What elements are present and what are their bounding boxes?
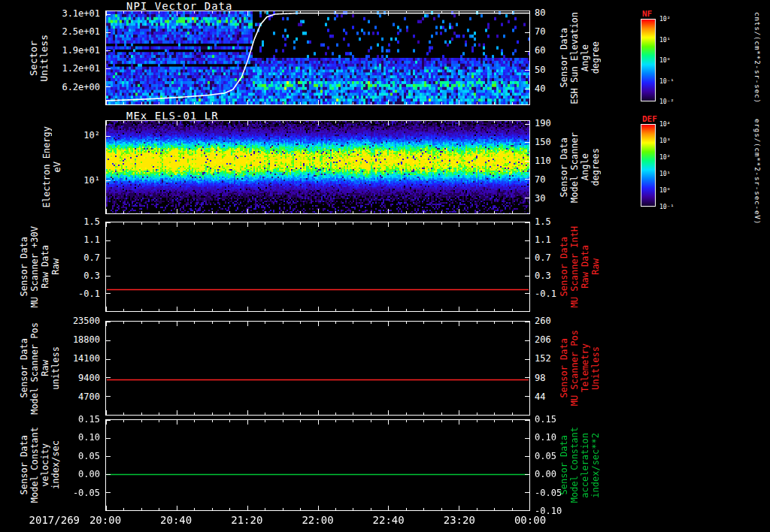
y-axis-tick-label: 206 — [535, 334, 551, 345]
y-axis-tick-label: 0.15 — [535, 414, 556, 425]
axis-label-line: Unitless — [591, 346, 601, 390]
axis-label-line: Sensor Data — [559, 435, 569, 494]
y-axis-tick-label: 23500 — [0, 316, 100, 326]
colorbar-tick-label: 10⁻¹ — [659, 204, 674, 210]
y-axis-tick-label: 110 — [535, 156, 551, 166]
y-axis-tick-label: 2.5e+01 — [0, 26, 100, 37]
mu-scanner-line-canvas — [106, 222, 529, 311]
y-axis-tick-label: -0.1 — [535, 289, 556, 299]
axis-label-line: Sensor Data — [559, 237, 569, 296]
axis-label-line: degree — [591, 41, 601, 74]
panel-model-constant: Sensor DataModel Constantvelocityindex/s… — [0, 419, 770, 511]
colorbar-nf-unit-label: cnts/(cm**2-sr-sec) — [753, 12, 761, 104]
x-axis-tick-label: 20:40 — [149, 514, 203, 526]
x-axis-tick-label: 23:20 — [432, 514, 487, 526]
axis-label-line: MU Scanner IntH — [570, 226, 580, 307]
y-axis-tick-label: 152 — [535, 353, 551, 364]
y-axis-tick-label: 0.7 — [535, 252, 551, 263]
colorbar-tick-label: 10² — [659, 16, 670, 23]
y-axis-tick-label: 1.2e+01 — [0, 63, 100, 74]
y-axis-tick-label: 0.00 — [535, 469, 556, 479]
y-axis-tick-label: 50 — [535, 65, 545, 75]
y-axis-tick-label: 3.1e+01 — [0, 8, 100, 19]
axis-label-line: Raw Data — [581, 245, 590, 289]
x-axis-tick-label: 22:40 — [362, 514, 416, 526]
axis-label-line: Angle — [581, 153, 590, 180]
y-axis-tick-label: 150 — [535, 137, 551, 147]
axis-label-line: Model Scanner — [570, 132, 580, 203]
y-axis-tick-label: 1.5 — [535, 216, 551, 227]
axis-label-line: Sensor Data — [559, 138, 569, 197]
y-axis-tick-label: -0.05 — [0, 488, 100, 498]
scanner-pos-line-canvas — [106, 322, 529, 415]
y-axis-tick-label: 0.7 — [0, 252, 100, 263]
y-axis-tick-label: 0.05 — [535, 451, 556, 461]
y-axis-tick-label: 10² — [0, 130, 100, 141]
x-axis: 2017/269 20:0020:4021:2022:0022:4023:200… — [0, 514, 770, 530]
y-axis-tick-label: 1.5 — [0, 216, 100, 227]
y-axis-tick-label: 10¹ — [0, 175, 100, 186]
axis-label-line: index/sec**2 — [591, 433, 601, 498]
y-axis-tick-label: 98 — [535, 373, 545, 383]
x-axis-tick-label: 00:00 — [503, 514, 557, 526]
y-axis-tick-label: 0.00 — [0, 469, 100, 479]
y-axis-tick-label: 70 — [535, 174, 545, 185]
y-axis-tick-label: 14100 — [0, 353, 100, 364]
axis-label-line: Sensor Data — [559, 338, 569, 397]
panel2-plot-area — [105, 120, 530, 214]
panel4-plot-area — [105, 321, 530, 416]
colorbar-tick-label: 10¹ — [659, 37, 670, 44]
spacecraft-data-plot-page: NPI Vector Data MEx ELS-01 LR SectorUnit… — [0, 0, 770, 532]
colorbar-tick-label: 10⁻¹ — [659, 78, 674, 85]
axis-label-line: Raw — [591, 258, 601, 275]
colorbar-tick-label: 10⁴ — [659, 121, 670, 128]
y-axis-tick-label: 0.15 — [0, 414, 100, 425]
colorbar-def-title: DEF — [642, 114, 657, 124]
panel2-right-axis-label: Sensor DataModel ScannerAngledegrees — [559, 120, 601, 214]
colorbar-nf-ticks: 10²10¹10⁰10⁻¹10⁻² — [659, 19, 690, 101]
axis-label-line: ESH Sun Elevation — [570, 12, 580, 104]
els-heatmap-canvas — [106, 121, 529, 213]
panel3-plot-area — [105, 222, 530, 312]
colorbar-def: DEF 10⁴10³10²10¹10⁰10⁻¹ — [641, 114, 697, 219]
y-axis-tick-label: 190 — [535, 118, 551, 128]
y-axis-tick-label: 30 — [535, 193, 545, 204]
y-axis-tick-label: 40 — [535, 83, 545, 94]
panel3-left-ticks: 1.51.10.70.3-0.1 — [0, 222, 102, 312]
colorbar-def-gradient — [641, 124, 656, 207]
y-axis-tick-label: 4700 — [0, 391, 100, 402]
x-axis-tick-label: 22:00 — [291, 514, 345, 526]
y-axis-tick-label: 1.9e+01 — [0, 45, 100, 56]
colorbar-def-unit-label: ergs/(cm**2-sr-sec-eV) — [753, 119, 761, 225]
panel-scanner-pos: Sensor DataModel Scanner PosRawunitless … — [0, 321, 770, 416]
colorbar-tick-label: 10⁰ — [659, 57, 670, 64]
colorbar-tick-label: 10⁻² — [659, 98, 674, 105]
colorbar-nf-gradient — [641, 19, 656, 101]
npi-heatmap-canvas — [106, 11, 529, 104]
axis-label-line: degrees — [591, 148, 601, 186]
y-axis-tick-label: 80 — [535, 8, 545, 18]
panel4-right-axis-label: Sensor DataMU Scanner PosTelemetryUnitle… — [559, 321, 601, 416]
y-axis-tick-label: 6.2e+00 — [0, 82, 100, 92]
x-axis-tick-label: 21:20 — [220, 514, 274, 526]
y-axis-tick-label: 0.3 — [535, 271, 551, 281]
colorbar-tick-label: 10¹ — [659, 171, 670, 177]
y-axis-tick-label: 1.1 — [535, 234, 551, 245]
panel1-left-ticks: 3.1e+012.5e+011.9e+011.2e+016.2e+00 — [0, 11, 102, 105]
panel1-right-axis-label: Sensor DataESH Sun ElevationAngledegree — [559, 11, 601, 105]
axis-label-line: Model Constant — [570, 427, 580, 503]
colorbar-tick-label: 10² — [659, 154, 670, 161]
y-axis-tick-label: 44 — [535, 391, 545, 402]
axis-label-line: acceleration — [581, 433, 590, 498]
x-axis-tick-label: 20:00 — [78, 514, 132, 526]
panel4-left-ticks: 23500188001410094004700 — [0, 321, 102, 416]
colorbar-def-ticks: 10⁴10³10²10¹10⁰10⁻¹ — [659, 124, 690, 207]
colorbar-nf-title: NF — [642, 9, 652, 19]
panel5-right-axis-label: Sensor DataModel Constantaccelerationind… — [559, 419, 601, 511]
axis-label-line: Telemetry — [581, 343, 590, 392]
y-axis-tick-label: 9400 — [0, 373, 100, 383]
y-axis-tick-label: 0.05 — [0, 451, 100, 461]
y-axis-tick-label: 0.10 — [535, 432, 556, 443]
y-axis-tick-label: 1.1 — [0, 234, 100, 245]
y-axis-tick-label: -0.1 — [0, 289, 100, 299]
